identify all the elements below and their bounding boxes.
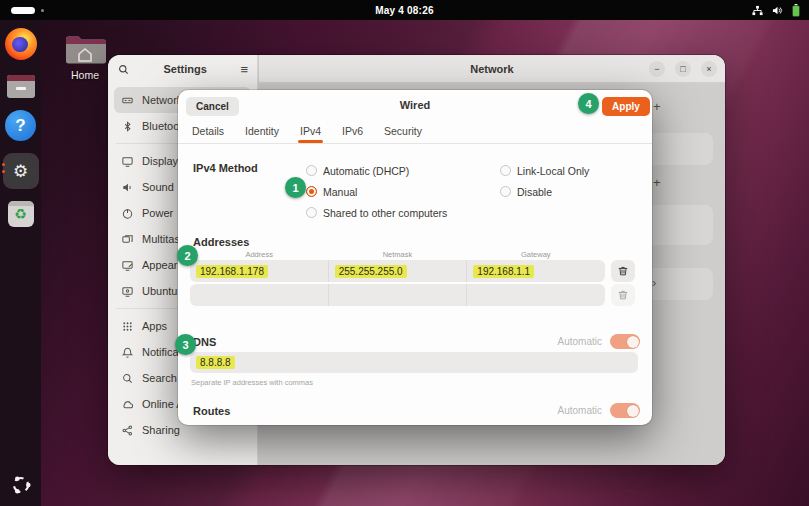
- menu-icon[interactable]: ≡: [240, 62, 248, 77]
- online-accounts-icon: [121, 398, 134, 411]
- sidebar-item-label: Search: [142, 372, 177, 384]
- tab-ipv6[interactable]: IPv6: [340, 121, 365, 143]
- wired-dialog: Cancel Wired Apply Details Identity IPv4…: [178, 90, 652, 425]
- routes-label: Routes: [193, 405, 230, 417]
- radio-label[interactable]: Link-Local Only: [517, 165, 589, 177]
- address-field[interactable]: 192.168.1.178: [190, 260, 329, 282]
- volume-icon[interactable]: [772, 5, 783, 16]
- firefox-icon[interactable]: [5, 28, 37, 60]
- sidebar-item-label: Network: [142, 94, 182, 106]
- close-button[interactable]: ×: [701, 61, 717, 77]
- battery-icon[interactable]: [792, 4, 800, 17]
- address-value: 192.168.1.178: [196, 265, 268, 278]
- dns-value: 8.8.8.8: [196, 356, 235, 369]
- settings-icon[interactable]: ⚙: [3, 153, 39, 189]
- settings-title: Settings: [130, 63, 240, 75]
- netmask-field-empty[interactable]: [329, 284, 468, 306]
- sidebar-header: Settings ≡: [108, 55, 257, 83]
- trash-icon: [617, 265, 629, 277]
- add-wired-button[interactable]: +: [653, 99, 661, 114]
- ipv4-method-label: IPv4 Method: [193, 162, 258, 174]
- dns-helper-text: Separate IP addresses with commas: [191, 378, 313, 387]
- tab-identity[interactable]: Identity: [243, 121, 281, 143]
- trash-icon[interactable]: ♻: [8, 201, 34, 227]
- column-address: Address: [190, 250, 328, 259]
- dialog-tabs: Details Identity IPv4 IPv6 Security: [190, 121, 424, 143]
- address-row-2: [190, 284, 605, 306]
- sharing-icon: [121, 424, 134, 437]
- dock: ? ⚙ ♻: [0, 20, 41, 506]
- bluetooth-icon: [121, 120, 134, 133]
- column-gateway: Gateway: [467, 250, 605, 259]
- address-row-1: 192.168.1.178 255.255.255.0 192.168.1.1: [190, 260, 605, 282]
- addresses-label: Addresses: [193, 236, 249, 248]
- dns-automatic-toggle[interactable]: [610, 334, 640, 349]
- home-folder-label: Home: [60, 69, 110, 81]
- radio-label[interactable]: Manual: [323, 186, 357, 198]
- routes-automatic-label: Automatic: [558, 405, 602, 416]
- network-icon[interactable]: [752, 5, 763, 16]
- home-folder-icon: [64, 32, 106, 64]
- address-field-empty[interactable]: [190, 284, 329, 306]
- search-item-icon: [121, 372, 134, 385]
- add-vpn-button[interactable]: +: [653, 175, 661, 190]
- clock[interactable]: May 4 08:26: [0, 5, 809, 16]
- sound-icon: [121, 181, 134, 194]
- network-headerbar: Network − □ ×: [259, 55, 725, 83]
- radio-icon[interactable]: [306, 165, 317, 176]
- gateway-field-empty[interactable]: [467, 284, 605, 306]
- system-tray[interactable]: [752, 0, 800, 20]
- network-item-icon: [121, 94, 134, 107]
- toggle-knob: [627, 336, 639, 348]
- trash-icon: [617, 289, 629, 301]
- radio-icon[interactable]: [500, 165, 511, 176]
- tabs-divider: [178, 143, 652, 144]
- top-bar: May 4 08:26: [0, 0, 809, 20]
- home-folder[interactable]: Home: [60, 32, 110, 81]
- radio-automatic-dhcp[interactable]: Automatic (DHCP): [306, 165, 447, 176]
- gateway-value: 192.168.1.1: [473, 265, 534, 278]
- radio-icon-selected[interactable]: [306, 186, 317, 197]
- routes-automatic-toggle[interactable]: [610, 403, 640, 418]
- dns-input[interactable]: 8.8.8.8: [190, 352, 638, 373]
- apply-button[interactable]: Apply: [602, 97, 650, 116]
- sidebar-item-label: Power: [142, 207, 173, 219]
- step-badge-4: 4: [578, 93, 599, 114]
- search-icon[interactable]: [117, 63, 130, 76]
- radio-label[interactable]: Disable: [517, 186, 552, 198]
- radio-icon[interactable]: [500, 186, 511, 197]
- radio-disable[interactable]: Disable: [500, 186, 589, 197]
- notifications-icon: [121, 346, 134, 359]
- radio-link-local[interactable]: Link-Local Only: [500, 165, 589, 176]
- sidebar-item-label: Sound: [142, 181, 174, 193]
- power-icon: [121, 207, 134, 220]
- dns-automatic-label: Automatic: [558, 336, 602, 347]
- netmask-value: 255.255.255.0: [335, 265, 407, 278]
- netmask-field[interactable]: 255.255.255.0: [329, 260, 468, 282]
- chevron-right-icon: ›: [652, 275, 656, 290]
- delete-address-button-disabled: [611, 284, 635, 306]
- running-indicator-dots: [2, 163, 5, 173]
- radio-label[interactable]: Automatic (DHCP): [323, 165, 409, 177]
- gateway-field[interactable]: 192.168.1.1: [467, 260, 605, 282]
- step-badge-2: 2: [177, 245, 198, 266]
- ubuntu-logo-icon[interactable]: [9, 473, 33, 497]
- radio-icon[interactable]: [306, 207, 317, 218]
- step-badge-1: 1: [285, 177, 306, 198]
- radio-label[interactable]: Shared to other computers: [323, 207, 447, 219]
- maximize-button[interactable]: □: [675, 61, 691, 77]
- sidebar-item-label: Sharing: [142, 424, 180, 436]
- delete-address-button[interactable]: [611, 260, 635, 282]
- dns-label: DNS: [193, 336, 216, 348]
- files-icon[interactable]: [7, 75, 35, 98]
- tab-security[interactable]: Security: [382, 121, 424, 143]
- help-icon[interactable]: ?: [5, 110, 36, 141]
- apps-icon: [121, 320, 134, 333]
- radio-manual[interactable]: Manual: [306, 186, 447, 197]
- tab-details[interactable]: Details: [190, 121, 226, 143]
- step-badge-3: 3: [175, 334, 196, 355]
- multitasking-icon: [121, 233, 134, 246]
- minimize-button[interactable]: −: [649, 61, 665, 77]
- tab-ipv4[interactable]: IPv4: [298, 121, 323, 143]
- radio-shared[interactable]: Shared to other computers: [306, 207, 447, 218]
